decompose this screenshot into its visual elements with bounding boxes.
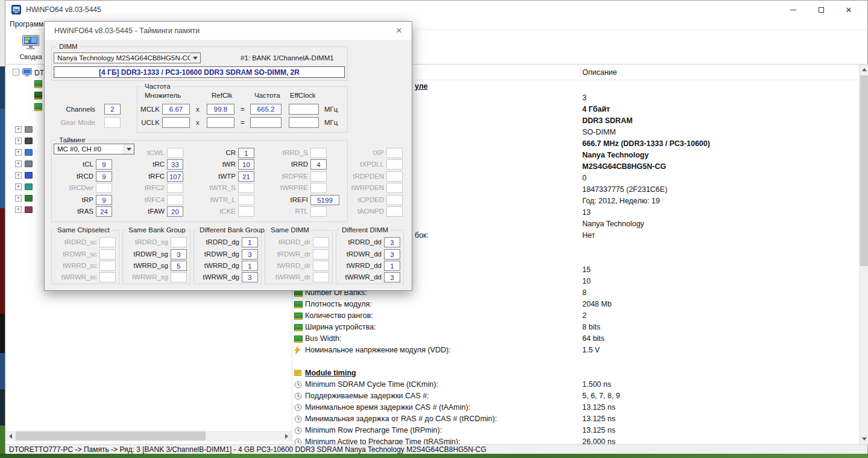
tXP-field xyxy=(386,148,403,158)
dialog-close-button[interactable]: × xyxy=(389,22,409,40)
tWRWR_sc-label: tWRWR_sc xyxy=(55,273,97,281)
uclk-frequency-field[interactable] xyxy=(250,117,281,128)
tRDWR_sg-label: tRDWR_sg xyxy=(126,250,168,258)
detail-value: 8 xyxy=(582,288,587,297)
vertical-scrollbar[interactable] xyxy=(859,65,868,444)
detail-row[interactable]: Minimum SDRAM Cycle Time (tCKmin):1.500 … xyxy=(292,379,859,390)
tWTP-field[interactable]: 21 xyxy=(238,171,254,182)
expand-toggle[interactable]: - xyxy=(13,69,19,75)
dimm-combo-value: Nanya Technology M2S4G64CB8HG5N-CG xyxy=(57,54,193,62)
uclk-refclk-field[interactable] xyxy=(207,117,234,128)
scroll-right-button[interactable] xyxy=(281,431,292,441)
minimize-button[interactable] xyxy=(779,1,807,19)
horizontal-scrollbar[interactable] xyxy=(5,431,292,441)
detail-value: 1847337775 (2F231C6E) xyxy=(582,185,667,194)
tRCD-field[interactable]: 9 xyxy=(96,171,112,182)
timing-subgroup: Same ChipselecttRDRD_sctRDWR_sctWRRD_sct… xyxy=(51,230,119,284)
expand-toggle[interactable]: + xyxy=(15,161,22,167)
scroll-up-button[interactable] xyxy=(860,65,868,75)
tWRRD_sg-field[interactable]: 5 xyxy=(171,261,187,271)
tRCD-label: tRCD xyxy=(51,173,93,180)
detail-row[interactable]: Количество рангов:2 xyxy=(292,310,859,322)
monitor-icon xyxy=(25,149,33,156)
tRC-field[interactable]: 33 xyxy=(167,159,183,170)
arrow-right-icon xyxy=(285,434,288,439)
summary-button[interactable]: Сводка xyxy=(14,32,48,62)
detail-row[interactable] xyxy=(292,356,859,367)
chevron-down-icon xyxy=(190,53,200,63)
detail-row[interactable]: Minimum Row Precharge Time (tRPmin):13.1… xyxy=(292,425,859,436)
detail-label: Module timing xyxy=(305,369,356,377)
mhz-unit: МГц xyxy=(324,119,338,126)
clock-icon xyxy=(294,392,303,401)
maximize-button[interactable] xyxy=(807,1,835,19)
expand-toggle[interactable]: + xyxy=(15,138,22,144)
expand-toggle[interactable]: + xyxy=(15,172,22,179)
description-column-header[interactable]: Описание xyxy=(582,68,617,77)
uclk-multiplier-field[interactable] xyxy=(162,117,190,128)
tRDWR_dg-field[interactable]: 3 xyxy=(242,249,258,259)
detail-row[interactable]: Minimum Active to Precharge Time (tRASmi… xyxy=(292,436,859,444)
tWRWR_dg-field[interactable]: 3 xyxy=(242,272,258,282)
tREFI-field[interactable]: 5199 xyxy=(310,195,339,205)
detail-row[interactable]: Ширина устройства:8 bits xyxy=(292,322,859,333)
mclk-multiplier-field[interactable]: 6.67 xyxy=(162,104,190,115)
channels-field[interactable]: 2 xyxy=(104,104,121,115)
close-icon: × xyxy=(396,25,402,37)
expand-toggle[interactable]: + xyxy=(15,206,22,213)
tRDWR_sg-field[interactable]: 3 xyxy=(171,249,187,259)
detail-label: Поддерживаемые задержки CAS #: xyxy=(305,392,429,400)
tRFC-field[interactable]: 107 xyxy=(167,171,183,182)
detail-row[interactable]: Поддерживаемые задержки CAS #:5, 6, 7, 8… xyxy=(292,390,859,402)
tWRPDEN-label: tWRPDEN xyxy=(342,184,384,191)
dimm-slot-label: #1: BANK 1/ChannelA-DIMM1 xyxy=(241,54,334,62)
detail-label: Минимальное время задержки CAS # (tAAmin… xyxy=(305,403,470,412)
tWRWR_dd-label: tWRWR_dd xyxy=(339,273,382,281)
tWRRD_dd-field[interactable]: 1 xyxy=(384,261,400,271)
expand-toggle[interactable]: + xyxy=(15,149,22,156)
port-icon xyxy=(25,206,33,213)
detail-row[interactable]: Минимальная задержка от RAS # до CAS # (… xyxy=(292,413,859,425)
detail-row[interactable]: Module timing xyxy=(292,367,859,379)
CR-field[interactable]: 1 xyxy=(238,148,254,158)
tWRWR_dd-field[interactable]: 3 xyxy=(384,272,400,282)
tRDWR_dd-field[interactable]: 3 xyxy=(384,249,400,259)
tWRRD_dg-field[interactable]: 1 xyxy=(242,261,258,271)
expand-toggle[interactable]: + xyxy=(15,183,22,190)
tWR-field[interactable]: 10 xyxy=(238,159,254,170)
expand-toggle[interactable]: + xyxy=(15,126,22,133)
note-icon xyxy=(294,369,303,378)
tRDWR_dg-label: tRDWR_dg xyxy=(197,250,239,258)
tCPDED-label: tCPDED xyxy=(342,196,384,203)
detail-label: Bus Width: xyxy=(305,334,341,343)
detail-row[interactable]: Минимальное время задержки CAS # (tAAmin… xyxy=(292,402,859,413)
tWRWR_sg-field xyxy=(171,272,187,282)
scroll-down-button[interactable] xyxy=(860,434,868,444)
detail-row[interactable]: Bus Width:64 bits xyxy=(292,333,859,345)
summary-label: Сводка xyxy=(19,53,42,60)
hwinfo-app-icon: hw xyxy=(11,5,21,14)
tRAS-field[interactable]: 24 xyxy=(96,206,112,217)
tFAW-field[interactable]: 20 xyxy=(167,206,183,217)
tCL-field[interactable]: 9 xyxy=(96,159,112,170)
tRDRD_dg-field[interactable]: 1 xyxy=(242,237,258,247)
expand-toggle[interactable]: + xyxy=(15,195,22,202)
dimm-combo[interactable]: Nanya Technology M2S4G64CB8HG5N-CG xyxy=(54,52,201,63)
detail-row[interactable]: Номинальное напряжение модуля (VDD):1.5 … xyxy=(292,345,859,356)
mclk-label: MCLK xyxy=(124,106,160,113)
frequency-group-label: Частота xyxy=(142,82,173,91)
RTL-field xyxy=(310,206,327,217)
hscrollbar-thumb[interactable] xyxy=(16,431,206,441)
mclk-effclock-field[interactable] xyxy=(289,104,319,115)
mclk-refclk-field[interactable]: 99.8 xyxy=(207,104,234,115)
desktop-edge-segment xyxy=(0,353,5,389)
uclk-effclock-field[interactable] xyxy=(289,117,319,128)
tRRD-field[interactable]: 4 xyxy=(310,159,327,170)
tRDRD_dd-field[interactable]: 3 xyxy=(384,237,400,247)
close-button[interactable]: × xyxy=(835,1,863,19)
mclk-frequency-field[interactable]: 665.2 xyxy=(250,104,281,115)
vscrollbar-thumb[interactable] xyxy=(860,75,868,266)
detail-row[interactable]: Плотность модуля:2048 Mb xyxy=(292,299,859,310)
tRP-field[interactable]: 9 xyxy=(96,195,112,205)
scroll-left-button[interactable] xyxy=(5,431,16,441)
